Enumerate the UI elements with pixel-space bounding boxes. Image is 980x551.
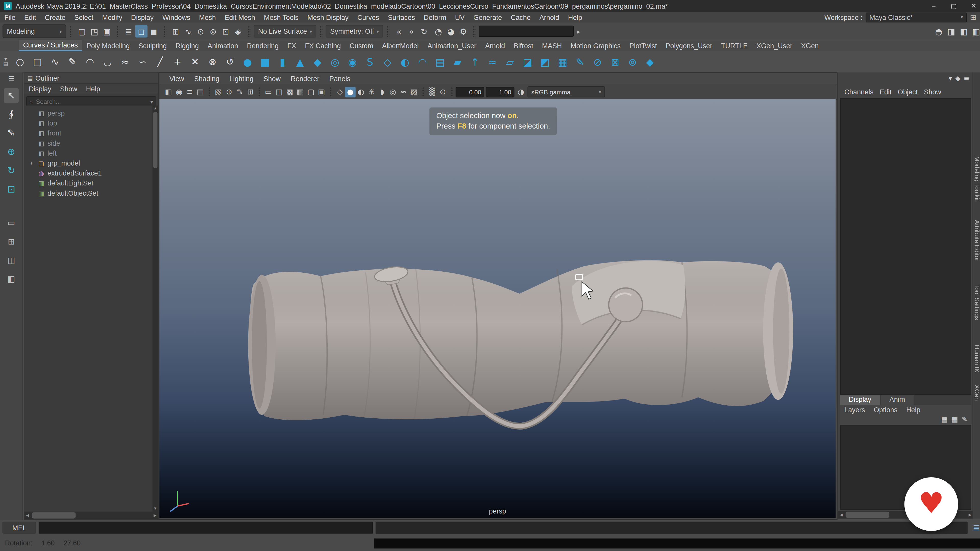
symmetry-dropdown[interactable]: Symmetry: Off ▾ bbox=[326, 25, 383, 38]
paint-selection-tool-icon[interactable]: ✎ bbox=[4, 125, 19, 141]
layer-editor-tab[interactable]: Display bbox=[840, 395, 880, 405]
layer-edit-icon[interactable]: ✎ bbox=[962, 416, 967, 424]
multisample-icon[interactable]: ▨ bbox=[409, 86, 420, 97]
outliner-item[interactable]: ▥ defaultObjectSet bbox=[24, 188, 153, 198]
trim-tool-icon[interactable]: ⊠ bbox=[606, 53, 624, 71]
script-editor-icon[interactable]: ≣ bbox=[970, 522, 980, 533]
nurbs-cone-icon[interactable]: ▲ bbox=[291, 53, 309, 71]
menu-item[interactable]: File bbox=[0, 14, 20, 21]
stitch-icon[interactable]: ▦ bbox=[554, 53, 571, 71]
shelf-tab[interactable]: AlbertModel bbox=[378, 41, 423, 51]
scrollbar-thumb[interactable] bbox=[32, 512, 76, 518]
smooth-shade-icon[interactable]: ● bbox=[345, 86, 356, 97]
menu-item[interactable]: Surfaces bbox=[383, 14, 420, 21]
outliner-item[interactable]: ◍ extrudedSurface1 bbox=[24, 168, 153, 178]
menu-item[interactable]: Edit Mesh bbox=[220, 14, 259, 21]
booleans-icon[interactable]: ◆ bbox=[641, 53, 659, 71]
nurbs-circle-icon[interactable]: ○ bbox=[11, 53, 29, 71]
outliner-horizontal-scrollbar[interactable]: ◀ ▶ bbox=[24, 512, 158, 519]
group-handle[interactable] bbox=[387, 25, 390, 37]
menu-item[interactable]: UV bbox=[451, 14, 469, 21]
shelf-menu-icon[interactable]: ▤ bbox=[3, 62, 8, 67]
motion-blur-icon[interactable]: ≈ bbox=[398, 86, 409, 97]
search-filter-dropdown[interactable]: ▾ bbox=[150, 98, 153, 105]
bevel-plus-icon[interactable]: ◩ bbox=[536, 53, 554, 71]
panel-menu-icon[interactable]: ≡ bbox=[964, 74, 969, 83]
modeling-toolkit-toggle-icon[interactable]: ◓ bbox=[932, 25, 945, 38]
lock-camera-icon[interactable]: ◉ bbox=[174, 86, 185, 97]
intersect-curves-icon[interactable]: ⊗ bbox=[204, 53, 221, 71]
viewport-menu-item[interactable]: Shading bbox=[189, 75, 224, 82]
gamma-field[interactable]: 1.00 bbox=[486, 86, 514, 97]
shelf-tab[interactable]: Animation bbox=[203, 41, 242, 51]
cut-curve-icon[interactable]: ✕ bbox=[186, 53, 204, 71]
snap-to-curve-icon[interactable]: ∿ bbox=[182, 25, 194, 38]
channel-box-menu-item[interactable]: Edit bbox=[880, 88, 891, 95]
safe-action-icon[interactable]: ▢ bbox=[306, 86, 317, 97]
planar-icon[interactable]: ▰ bbox=[449, 53, 466, 71]
grid-toggle-icon[interactable]: ⊞ bbox=[245, 86, 256, 97]
nurbs-cube-icon[interactable]: ■ bbox=[256, 53, 274, 71]
menu-item[interactable]: Generate bbox=[469, 14, 507, 21]
shelf-tab[interactable]: Custom bbox=[345, 41, 378, 51]
group-handle[interactable] bbox=[163, 25, 166, 37]
maximize-button[interactable]: ▢ bbox=[944, 0, 964, 12]
persp-outliner-layout-icon[interactable]: ◫ bbox=[4, 254, 18, 265]
snap-to-point-icon[interactable]: ⊙ bbox=[194, 25, 207, 38]
workspace-options-icon[interactable]: ⊞ bbox=[970, 13, 977, 21]
menu-item[interactable]: Help bbox=[563, 14, 587, 21]
panel-tab[interactable]: XGen bbox=[973, 385, 980, 401]
bezier-curve-tool-icon[interactable]: ◠ bbox=[81, 53, 99, 71]
gate-mask-icon[interactable]: ▩ bbox=[284, 86, 295, 97]
workspace-dropdown[interactable]: Maya Classic* ▾ bbox=[865, 12, 967, 22]
menu-item[interactable]: Mesh bbox=[195, 14, 220, 21]
screen-space-ao-icon[interactable]: ◎ bbox=[387, 86, 398, 97]
channel-box-list[interactable] bbox=[840, 98, 971, 395]
sidebar-toggle-icon[interactable]: ☰ bbox=[8, 75, 14, 83]
lasso-tool-icon[interactable]: ∮ bbox=[4, 107, 19, 122]
viewport-menu-item[interactable]: Panels bbox=[325, 75, 355, 82]
scrollbar-thumb[interactable] bbox=[845, 512, 889, 518]
group-handle[interactable] bbox=[473, 25, 476, 37]
panel-tab[interactable]: Human IK bbox=[973, 345, 980, 373]
shelf-tab[interactable]: XGen_User bbox=[752, 41, 797, 51]
exposure-field[interactable]: 0.00 bbox=[455, 86, 484, 97]
layer-editor-tab[interactable]: Anim bbox=[881, 395, 915, 405]
menu-item[interactable]: Display bbox=[127, 14, 158, 21]
new-empty-layer-icon[interactable]: ▤ bbox=[941, 416, 948, 424]
channel-box-menu-item[interactable]: Object bbox=[898, 88, 918, 95]
viewport-menu-item[interactable]: Renderer bbox=[286, 75, 324, 82]
scrollbar-thumb[interactable] bbox=[153, 112, 158, 168]
sculpt-surface-icon[interactable]: ✎ bbox=[571, 53, 589, 71]
revolve-icon[interactable]: ◠ bbox=[414, 53, 431, 71]
select-by-hierarchy-icon[interactable]: ≣ bbox=[123, 25, 135, 38]
boundary-icon[interactable]: ▱ bbox=[501, 53, 519, 71]
textured-icon[interactable]: ◐ bbox=[355, 86, 366, 97]
group-handle[interactable] bbox=[320, 25, 323, 37]
menu-item[interactable]: Arnold bbox=[535, 14, 563, 21]
expand-toggle[interactable]: + bbox=[28, 160, 35, 166]
layer-menu-item[interactable]: Layers bbox=[840, 406, 869, 413]
shadows-icon[interactable]: ◗ bbox=[377, 86, 388, 97]
2d-pan-zoom-icon[interactable]: ⊕ bbox=[224, 86, 234, 97]
snap-to-projected-center-icon[interactable]: ⊚ bbox=[207, 25, 220, 38]
bevel-icon[interactable]: ◪ bbox=[519, 53, 536, 71]
nurbs-cylinder-icon[interactable]: ▮ bbox=[274, 53, 291, 71]
save-scene-icon[interactable]: ▣ bbox=[100, 25, 113, 38]
close-button[interactable]: ✕ bbox=[964, 0, 980, 12]
render-current-frame-icon[interactable]: ◔ bbox=[432, 25, 445, 38]
shelf-tab[interactable]: Rendering bbox=[242, 41, 283, 51]
menu-item[interactable]: Create bbox=[40, 14, 70, 21]
ep-curve-tool-icon[interactable]: ∿ bbox=[46, 53, 64, 71]
text-tool-icon[interactable]: S bbox=[361, 53, 379, 71]
new-layer-from-selected-icon[interactable]: ▦ bbox=[951, 416, 958, 424]
shelf-tab[interactable]: Curves / Surfaces bbox=[19, 40, 82, 51]
untrim-icon[interactable]: ⊚ bbox=[624, 53, 641, 71]
image-plane-icon[interactable]: ▧ bbox=[213, 86, 224, 97]
scroll-left-icon[interactable]: ◀ bbox=[838, 511, 844, 518]
search-input[interactable]: ○ ▾ bbox=[26, 96, 156, 107]
group-handle[interactable] bbox=[69, 25, 73, 37]
group-handle[interactable] bbox=[116, 25, 119, 37]
outliner-item[interactable]: ▥ defaultLightSet bbox=[24, 178, 153, 188]
outliner-item[interactable]: + ▢ grp_model bbox=[24, 158, 153, 168]
